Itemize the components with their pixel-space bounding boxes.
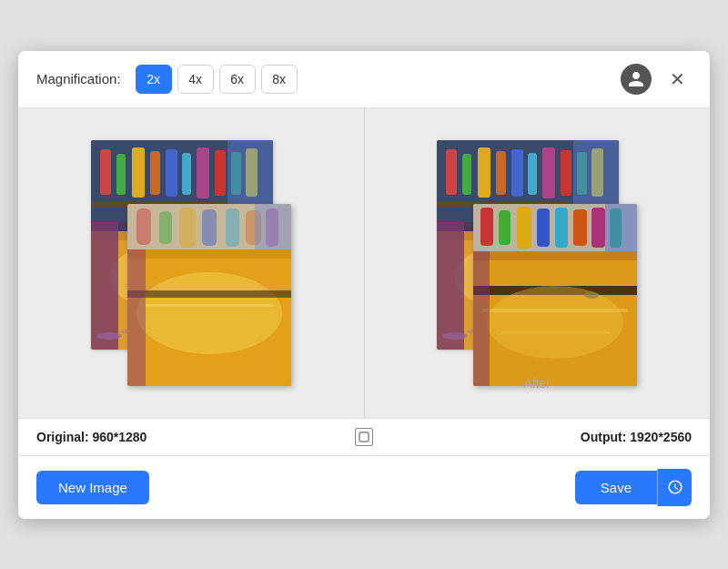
mag-6x-button[interactable]: 6x	[219, 65, 256, 94]
original-panel	[18, 108, 364, 418]
after-panel: After	[364, 108, 711, 418]
svg-rect-75	[359, 432, 369, 442]
svg-rect-5	[150, 151, 160, 195]
svg-rect-34	[146, 304, 273, 307]
svg-point-18	[96, 332, 122, 340]
svg-rect-49	[573, 140, 619, 204]
svg-rect-66	[605, 204, 637, 251]
svg-rect-60	[517, 207, 531, 249]
svg-rect-43	[528, 153, 537, 195]
svg-rect-3	[116, 154, 126, 195]
svg-rect-40	[478, 147, 490, 198]
svg-rect-24	[179, 208, 196, 248]
svg-rect-4	[132, 147, 145, 198]
history-button[interactable]	[657, 469, 692, 506]
mag-4x-button[interactable]: 4x	[177, 65, 214, 94]
mag-2x-button[interactable]: 2x	[136, 65, 172, 94]
svg-rect-6	[166, 149, 177, 197]
svg-rect-61	[537, 208, 550, 247]
magnification-buttons: 2x 4x 6x 8x	[136, 65, 298, 94]
svg-rect-63	[573, 209, 587, 246]
mag-8x-button[interactable]: 8x	[261, 65, 298, 94]
svg-rect-23	[159, 211, 172, 244]
status-bar: Original: 960*1280 Output: 1920*2560	[18, 418, 710, 456]
svg-point-73	[487, 286, 623, 359]
svg-rect-62	[555, 208, 568, 248]
image-area: After	[18, 108, 710, 418]
close-button[interactable]: ✕	[662, 65, 692, 94]
svg-rect-59	[499, 210, 511, 245]
svg-rect-26	[226, 208, 239, 247]
svg-rect-13	[228, 140, 273, 204]
svg-rect-41	[496, 151, 506, 195]
svg-rect-29	[255, 204, 291, 249]
footer: New Image Save	[18, 456, 710, 519]
after-image-stack	[437, 140, 637, 386]
svg-rect-33	[127, 290, 291, 298]
svg-rect-35	[127, 249, 146, 386]
output-dimensions: Output: 1920*2560	[581, 430, 692, 444]
svg-rect-25	[202, 209, 217, 246]
magnification-label: Magnification:	[36, 71, 121, 86]
save-group: Save	[575, 469, 692, 506]
svg-rect-9	[215, 150, 226, 196]
svg-rect-22	[136, 208, 151, 245]
svg-rect-8	[197, 147, 209, 198]
header: Magnification: 2x 4x 6x 8x ✕	[18, 51, 710, 108]
svg-rect-7	[182, 153, 191, 195]
dialog: Magnification: 2x 4x 6x 8x ✕	[18, 51, 710, 519]
original-image-front	[127, 204, 291, 386]
svg-rect-53	[437, 222, 464, 350]
svg-rect-38	[446, 149, 457, 195]
expand-icon[interactable]	[355, 428, 373, 446]
svg-rect-45	[561, 150, 571, 196]
svg-rect-44	[542, 147, 555, 198]
user-avatar-icon[interactable]	[621, 64, 652, 95]
svg-rect-74	[473, 251, 490, 386]
svg-rect-39	[462, 154, 471, 195]
svg-rect-58	[480, 208, 493, 246]
svg-rect-64	[592, 208, 605, 248]
svg-rect-42	[511, 149, 523, 197]
original-image-stack	[91, 140, 291, 386]
svg-point-54	[442, 332, 468, 340]
original-dimensions: Original: 960*1280	[36, 430, 147, 444]
after-image-front	[473, 204, 637, 386]
save-button[interactable]: Save	[575, 471, 657, 504]
svg-rect-2	[100, 149, 111, 195]
svg-point-32	[136, 272, 282, 354]
svg-rect-17	[91, 222, 118, 350]
new-image-button[interactable]: New Image	[36, 471, 149, 504]
